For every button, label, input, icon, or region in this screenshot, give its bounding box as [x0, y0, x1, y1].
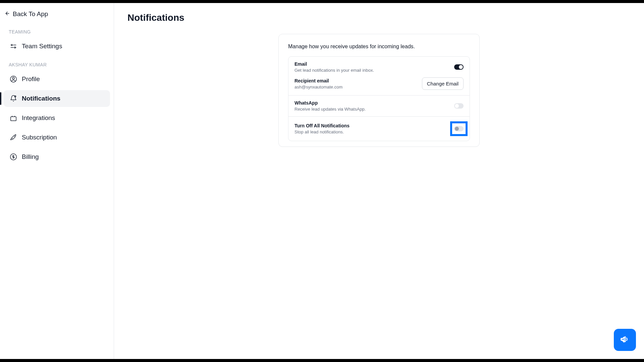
svg-point-0	[11, 45, 13, 46]
email-desc: Get lead notifications in your email inb…	[294, 68, 374, 73]
sidebar-item-label: Team Settings	[22, 43, 62, 50]
app-container: Back To App TEAMING Team Settings AKSHAY…	[0, 3, 644, 359]
card-description: Manage how you receive updates for incom…	[288, 44, 470, 50]
recipient-title: Recipient email	[294, 78, 342, 83]
sidebar-item-label: Billing	[22, 153, 39, 161]
back-to-app-link[interactable]: Back To App	[0, 7, 114, 23]
sidebar-item-label: Profile	[22, 75, 40, 83]
sidebar-item-integrations[interactable]: Integrations	[4, 110, 110, 126]
notifications-card: Manage how you receive updates for incom…	[278, 34, 480, 147]
sidebar-item-team-settings[interactable]: Team Settings	[4, 38, 110, 55]
whatsapp-title: WhatsApp	[294, 100, 366, 106]
setting-row-recipient: Recipient email ash@synxautomate.com Cha…	[288, 74, 470, 96]
toggle-knob	[459, 65, 463, 69]
recipient-email-value: ash@synxautomate.com	[294, 84, 342, 89]
svg-rect-9	[11, 117, 16, 121]
setting-row-email: Email Get lead notifications in your ema…	[288, 57, 470, 74]
letterbox-top	[0, 0, 644, 3]
sidebar-item-label: Subscription	[22, 134, 57, 141]
user-circle-icon	[10, 75, 17, 83]
toggle-knob	[455, 104, 459, 108]
page-title: Notifications	[127, 12, 632, 23]
whatsapp-desc: Receive lead updates via WhatsApp.	[294, 107, 366, 112]
bell-icon	[10, 95, 17, 102]
turnoff-title: Turn Off All Notifications	[294, 123, 350, 128]
toggle-knob	[455, 127, 459, 131]
sidebar-section-user: AKSHAY KUMAR	[0, 56, 114, 69]
email-toggle[interactable]	[454, 64, 464, 70]
highlight-annotation	[450, 121, 468, 136]
main-content: Notifications Manage how you receive upd…	[114, 3, 644, 359]
sidebar-section-teaming: TEAMING	[0, 23, 114, 37]
sidebar-item-billing[interactable]: Billing	[4, 148, 110, 165]
email-title: Email	[294, 61, 374, 67]
setting-row-whatsapp: WhatsApp Receive lead updates via WhatsA…	[288, 96, 470, 117]
megaphone-icon	[620, 334, 630, 346]
sliders-icon	[10, 43, 17, 50]
svg-point-3	[14, 47, 16, 48]
sidebar-item-profile[interactable]: Profile	[4, 71, 110, 87]
setting-text: WhatsApp Receive lead updates via WhatsA…	[294, 100, 366, 112]
arrow-left-icon	[5, 10, 10, 18]
turnoff-all-toggle[interactable]	[454, 126, 464, 131]
change-email-button[interactable]: Change Email	[422, 77, 464, 90]
sidebar-item-subscription[interactable]: Subscription	[4, 129, 110, 146]
svg-point-7	[12, 77, 14, 79]
whatsapp-toggle[interactable]	[454, 103, 464, 109]
dollar-circle-icon	[10, 153, 17, 161]
sidebar: Back To App TEAMING Team Settings AKSHAY…	[0, 3, 114, 359]
letterbox-bottom	[0, 359, 644, 362]
setting-text: Recipient email ash@synxautomate.com	[294, 78, 342, 89]
plug-icon	[10, 114, 17, 122]
rocket-icon	[10, 134, 17, 141]
back-label: Back To App	[13, 10, 48, 18]
sidebar-item-notifications[interactable]: Notifications	[4, 90, 110, 107]
turnoff-desc: Stop all lead notifications.	[294, 129, 350, 134]
sidebar-item-label: Notifications	[22, 95, 60, 102]
settings-list: Email Get lead notifications in your ema…	[288, 56, 470, 141]
sidebar-item-label: Integrations	[22, 114, 55, 122]
announcements-fab[interactable]	[614, 329, 636, 351]
setting-text: Turn Off All Notifications Stop all lead…	[294, 123, 350, 134]
setting-text: Email Get lead notifications in your ema…	[294, 61, 374, 73]
setting-row-turnoff: Turn Off All Notifications Stop all lead…	[288, 117, 470, 141]
